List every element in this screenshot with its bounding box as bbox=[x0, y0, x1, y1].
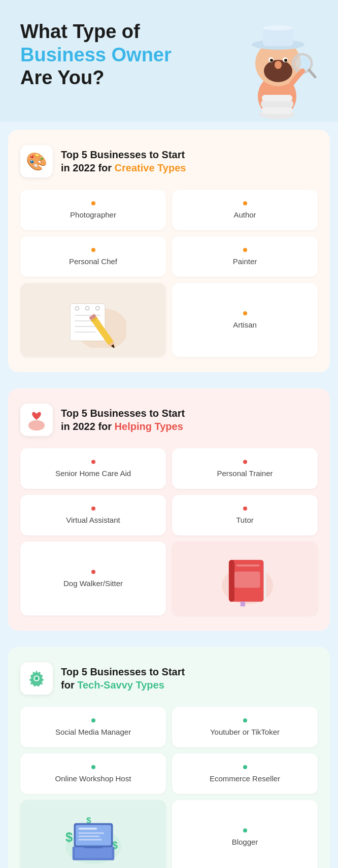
svg-point-44 bbox=[35, 676, 38, 680]
svg-point-10 bbox=[284, 59, 287, 62]
card-senior-home-care: Senior Home Care Aid bbox=[20, 448, 166, 489]
card-photographer: Photographer bbox=[20, 190, 166, 230]
dot-social-media bbox=[91, 718, 95, 722]
svg-rect-56 bbox=[78, 836, 99, 837]
dot-virtual-assistant bbox=[91, 507, 95, 511]
label-senior-home-care: Senior Home Care Aid bbox=[55, 469, 131, 478]
label-social-media: Social Media Manager bbox=[55, 728, 131, 736]
creative-cards-grid: Photographer Author Personal Chef Painte… bbox=[20, 190, 318, 277]
section-tech-header: Top 5 Businesses to Start for Tech-Savvy… bbox=[20, 662, 318, 695]
pencil-notepad-svg bbox=[60, 292, 126, 348]
svg-rect-55 bbox=[78, 833, 104, 834]
section-creative-header: 🎨 Top 5 Businesses to Start in 2022 for … bbox=[20, 145, 318, 177]
heart-hand-icon bbox=[25, 409, 48, 431]
tech-bottom-row: $ $ $ Blogger bbox=[20, 800, 318, 868]
label-virtual-assistant: Virtual Assistant bbox=[66, 516, 120, 524]
dot-artisan bbox=[243, 311, 247, 315]
tech-section-title: Top 5 Businesses to Start for Tech-Savvy… bbox=[61, 665, 185, 692]
mascot-svg bbox=[236, 20, 318, 122]
svg-rect-38 bbox=[236, 565, 259, 567]
helping-illustration bbox=[172, 541, 318, 616]
helping-section-title: Top 5 Businesses to Start in 2022 for He… bbox=[61, 407, 185, 433]
tech-icon-box bbox=[20, 662, 53, 695]
card-personal-trainer: Personal Trainer bbox=[172, 448, 318, 489]
dot-author bbox=[243, 201, 247, 205]
svg-point-12 bbox=[295, 56, 310, 70]
card-artisan: Artisan bbox=[172, 283, 318, 357]
label-artisan: Artisan bbox=[233, 320, 257, 329]
creative-illustration bbox=[20, 283, 166, 357]
svg-rect-57 bbox=[78, 839, 102, 841]
header-text: What Type of Business Owner Are You? bbox=[20, 20, 231, 90]
section-creative: 🎨 Top 5 Businesses to Start in 2022 for … bbox=[8, 130, 330, 372]
tech-illustration: $ $ $ bbox=[20, 800, 166, 868]
svg-marker-40 bbox=[240, 602, 245, 606]
header-title-line2: Business Owner bbox=[20, 44, 231, 67]
svg-point-9 bbox=[270, 59, 273, 62]
dot-personal-chef bbox=[91, 248, 95, 252]
card-youtuber: Youtuber or TikToker bbox=[172, 707, 318, 747]
tech-cards-grid: Social Media Manager Youtuber or TikToke… bbox=[20, 707, 318, 794]
svg-rect-17 bbox=[262, 95, 292, 101]
laptop-svg: $ $ $ bbox=[60, 809, 126, 865]
dot-dog-walker bbox=[91, 570, 95, 574]
label-blogger: Blogger bbox=[232, 838, 258, 846]
svg-rect-3 bbox=[263, 28, 293, 46]
label-ecommerce: Ecommerce Reseller bbox=[210, 774, 280, 783]
dot-photographer bbox=[91, 201, 95, 205]
svg-rect-34 bbox=[30, 422, 43, 428]
card-virtual-assistant: Virtual Assistant bbox=[20, 495, 166, 535]
palette-icon: 🎨 bbox=[26, 151, 47, 171]
svg-point-6 bbox=[275, 61, 282, 69]
label-youtuber: Youtuber or TikToker bbox=[210, 728, 280, 736]
svg-text:$: $ bbox=[65, 830, 73, 844]
helping-icon-box bbox=[20, 404, 53, 436]
label-author: Author bbox=[233, 210, 256, 219]
dot-youtuber bbox=[243, 718, 247, 722]
card-social-media: Social Media Manager bbox=[20, 707, 166, 747]
dot-personal-trainer bbox=[243, 460, 247, 464]
label-online-workshop: Online Workshop Host bbox=[55, 774, 131, 783]
card-tutor: Tutor bbox=[172, 495, 318, 535]
header: What Type of Business Owner Are You? bbox=[0, 0, 338, 122]
section-helping-header: Top 5 Businesses to Start in 2022 for He… bbox=[20, 404, 318, 436]
gear-icon bbox=[25, 667, 48, 690]
svg-point-4 bbox=[263, 25, 293, 30]
header-title-line1: What Type of bbox=[20, 20, 231, 44]
dot-tutor bbox=[243, 507, 247, 511]
card-painter: Painter bbox=[172, 236, 318, 277]
label-painter: Painter bbox=[233, 257, 257, 266]
label-dog-walker: Dog Walker/Sitter bbox=[63, 579, 123, 588]
book-svg bbox=[215, 551, 276, 606]
dot-online-workshop bbox=[91, 765, 95, 769]
card-online-workshop: Online Workshop Host bbox=[20, 753, 166, 794]
label-photographer: Photographer bbox=[70, 210, 116, 219]
svg-rect-54 bbox=[78, 828, 97, 830]
creative-section-title: Top 5 Businesses to Start in 2022 for Cr… bbox=[61, 148, 186, 174]
svg-rect-39 bbox=[263, 561, 266, 601]
svg-rect-37 bbox=[228, 560, 234, 602]
svg-rect-16 bbox=[261, 100, 293, 107]
creative-icon-box: 🎨 bbox=[20, 145, 53, 177]
helping-cards-grid: Senior Home Care Aid Personal Trainer Vi… bbox=[20, 448, 318, 535]
dot-blogger bbox=[243, 828, 247, 833]
mascot-illustration bbox=[236, 20, 318, 112]
svg-rect-41 bbox=[234, 571, 259, 588]
section-helping: Top 5 Businesses to Start in 2022 for He… bbox=[8, 388, 330, 631]
card-author: Author bbox=[172, 190, 318, 230]
label-personal-trainer: Personal Trainer bbox=[217, 469, 273, 478]
card-blogger: Blogger bbox=[172, 800, 318, 868]
svg-rect-15 bbox=[262, 106, 292, 114]
svg-line-13 bbox=[309, 70, 315, 77]
label-tutor: Tutor bbox=[236, 516, 253, 524]
helping-bottom-row: Dog Walker/Sitter bbox=[20, 541, 318, 616]
dot-painter bbox=[243, 248, 247, 252]
creative-bottom-row: Artisan bbox=[20, 283, 318, 357]
dot-senior-home-care bbox=[91, 460, 95, 464]
card-dog-walker: Dog Walker/Sitter bbox=[20, 541, 166, 616]
label-personal-chef: Personal Chef bbox=[69, 257, 117, 266]
dot-ecommerce bbox=[243, 765, 247, 769]
header-title-line3: Are You? bbox=[20, 66, 231, 90]
card-personal-chef: Personal Chef bbox=[20, 236, 166, 277]
card-ecommerce: Ecommerce Reseller bbox=[172, 753, 318, 794]
